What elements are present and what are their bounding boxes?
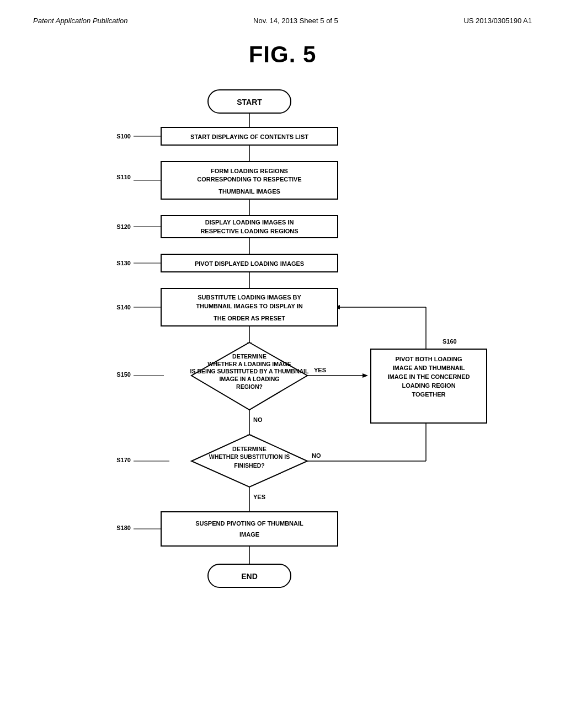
svg-text:NO: NO (253, 416, 263, 423)
svg-text:THUMBNAIL IMAGES TO DISPLAY IN: THUMBNAIL IMAGES TO DISPLAY IN (196, 303, 302, 309)
svg-text:WHETHER SUBSTITUTION IS: WHETHER SUBSTITUTION IS (209, 453, 290, 460)
svg-text:THUMBNAIL IMAGES: THUMBNAIL IMAGES (218, 188, 280, 195)
svg-text:S120: S120 (116, 223, 131, 230)
svg-text:FORM LOADING REGIONS: FORM LOADING REGIONS (211, 168, 288, 174)
svg-marker-10 (363, 373, 368, 378)
svg-text:SUBSTITUTE LOADING IMAGES BY: SUBSTITUTE LOADING IMAGES BY (198, 294, 301, 301)
svg-text:TOGETHER: TOGETHER (412, 391, 446, 398)
end-label: END (241, 572, 258, 581)
svg-text:START DISPLAYING OF CONTENTS L: START DISPLAYING OF CONTENTS LIST (190, 133, 308, 140)
svg-rect-78 (161, 512, 338, 546)
svg-text:FINISHED?: FINISHED? (234, 462, 264, 469)
svg-text:S130: S130 (116, 260, 131, 266)
svg-text:THE ORDER AS PRESET: THE ORDER AS PRESET (214, 315, 285, 322)
svg-text:DETERMINE: DETERMINE (232, 446, 266, 452)
svg-text:PIVOT BOTH LOADING: PIVOT BOTH LOADING (396, 356, 462, 362)
svg-text:YES: YES (253, 494, 265, 500)
header-right: US 2013/0305190 A1 (463, 17, 532, 25)
svg-text:IMAGE IN THE CONCERNED: IMAGE IN THE CONCERNED (387, 373, 470, 380)
svg-text:PIVOT DISPLAYED LOADING IMAGES: PIVOT DISPLAYED LOADING IMAGES (195, 260, 304, 267)
svg-text:YES: YES (314, 367, 326, 373)
svg-text:RESPECTIVE LOADING REGIONS: RESPECTIVE LOADING REGIONS (200, 228, 298, 234)
svg-text:IMAGE AND THUMBNAIL: IMAGE AND THUMBNAIL (393, 365, 465, 371)
svg-marker-72 (191, 435, 307, 487)
svg-text:S170: S170 (116, 457, 131, 463)
svg-text:SUSPEND PIVOTING OF THUMBNAIL: SUSPEND PIVOTING OF THUMBNAIL (195, 520, 303, 527)
figure-title: FIG. 5 (0, 41, 565, 68)
svg-text:CORRESPONDING TO RESPECTIVE: CORRESPONDING TO RESPECTIVE (197, 176, 301, 183)
svg-text:S150: S150 (116, 371, 131, 378)
svg-text:NO: NO (312, 452, 321, 459)
flowchart-container: NO YES NO YES START S100 START DISPLAYIN… (45, 84, 520, 713)
page-header: Patent Application Publication Nov. 14, … (0, 0, 565, 30)
flowchart-svg: NO YES NO YES START S100 START DISPLAYIN… (45, 84, 520, 691)
svg-text:DISPLAY LOADING IMAGES IN: DISPLAY LOADING IMAGES IN (205, 219, 294, 226)
svg-text:IMAGE IN A LOADING: IMAGE IN A LOADING (220, 376, 280, 382)
svg-text:WHETHER A LOADING IMAGE: WHETHER A LOADING IMAGE (207, 361, 291, 367)
svg-text:S180: S180 (116, 524, 131, 531)
start-label: START (237, 98, 262, 106)
svg-text:LOADING REGION: LOADING REGION (402, 382, 455, 389)
svg-text:IS BEING SUBSTITUTED BY A THUM: IS BEING SUBSTITUTED BY A THUMBNAIL (190, 368, 309, 374)
svg-text:S110: S110 (116, 174, 131, 180)
header-left: Patent Application Publication (33, 17, 128, 25)
svg-text:S140: S140 (116, 304, 131, 311)
svg-text:S160: S160 (443, 338, 457, 345)
svg-text:S100: S100 (116, 133, 131, 140)
svg-text:REGION?: REGION? (236, 383, 263, 390)
svg-text:IMAGE: IMAGE (239, 531, 259, 538)
header-center: Nov. 14, 2013 Sheet 5 of 5 (253, 17, 338, 25)
svg-text:DETERMINE: DETERMINE (232, 353, 266, 360)
